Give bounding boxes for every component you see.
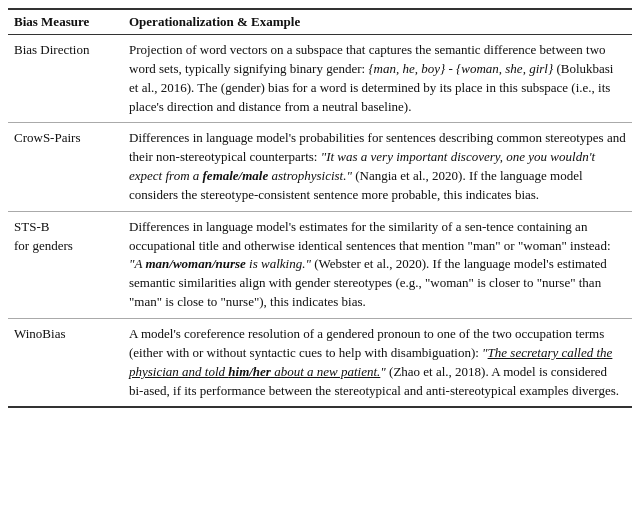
- measure-description: A model's coreference resolution of a ge…: [123, 318, 632, 407]
- measure-description: Differences in language model's estimate…: [123, 211, 632, 318]
- measure-label: CrowS-Pairs: [8, 123, 123, 211]
- header-bias-measure: Bias Measure: [8, 9, 123, 35]
- header-operationalization: Operationalization & Example: [123, 9, 632, 35]
- table-row: WinoBias A model's coreference resolutio…: [8, 318, 632, 407]
- measure-description: Projection of word vectors on a subspace…: [123, 35, 632, 123]
- table-header: Bias Measure Operationalization & Exampl…: [8, 9, 632, 35]
- table-row: STS-Bfor genders Differences in language…: [8, 211, 632, 318]
- measure-description: Differences in language model's probabil…: [123, 123, 632, 211]
- table-row: CrowS-Pairs Differences in language mode…: [8, 123, 632, 211]
- table-row: Bias Direction Projection of word vector…: [8, 35, 632, 123]
- measure-label: STS-Bfor genders: [8, 211, 123, 318]
- measure-label: Bias Direction: [8, 35, 123, 123]
- measure-label: WinoBias: [8, 318, 123, 407]
